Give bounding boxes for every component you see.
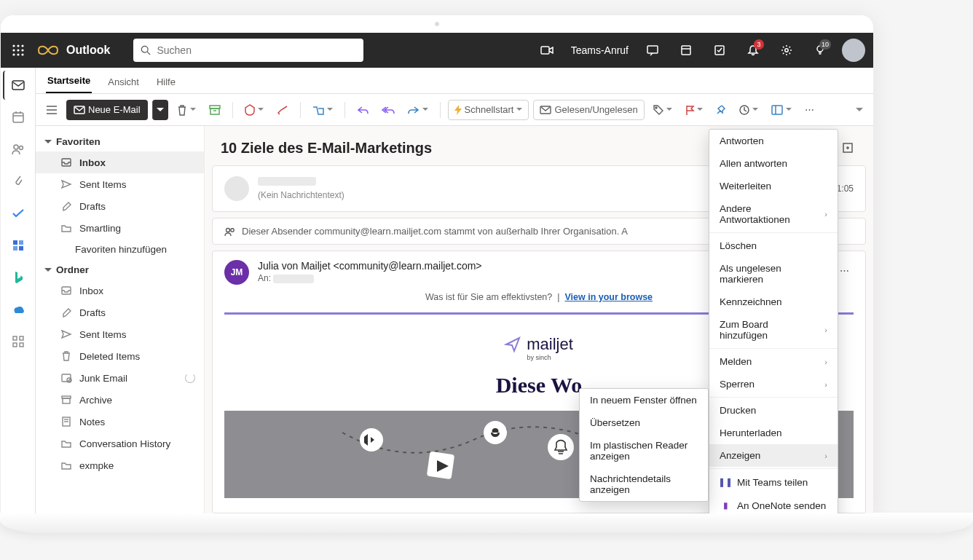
menu-other-reply[interactable]: Andere Antwortaktionen›	[709, 197, 838, 231]
menu-report[interactable]: Melden›	[709, 350, 838, 373]
hamburger-button[interactable]	[42, 100, 62, 120]
svg-point-1	[17, 44, 19, 47]
rail-app1-icon[interactable]	[4, 231, 33, 260]
folder-drafts[interactable]: Drafts	[36, 301, 204, 323]
search-input[interactable]	[157, 44, 356, 56]
new-mail-dropdown[interactable]	[152, 100, 168, 120]
menu-download[interactable]: Herunterladen	[709, 422, 838, 444]
sweep-button[interactable]	[272, 100, 293, 120]
chevron-right-icon: ›	[824, 326, 827, 334]
rail-bing-icon[interactable]	[4, 263, 33, 292]
brand-logo	[36, 40, 60, 60]
pin-button[interactable]	[712, 100, 730, 120]
flag-button[interactable]	[681, 100, 707, 120]
tab-help[interactable]: Hilfe	[155, 71, 177, 93]
submenu-details[interactable]: Nachrichtendetails anzeigen	[580, 468, 708, 501]
teams-call-label[interactable]: Teams-Anruf	[567, 44, 633, 56]
reply-all-button[interactable]	[377, 100, 399, 120]
folder-deleted[interactable]: Deleted Items	[36, 345, 204, 367]
menu-forward[interactable]: Weiterleiten	[709, 175, 838, 197]
settings-icon[interactable]	[773, 36, 800, 64]
junk-icon	[60, 372, 72, 384]
submenu-translate[interactable]: Übersetzen	[580, 411, 708, 434]
more-ribbon-button[interactable]: ⋯	[800, 100, 819, 120]
svg-rect-29	[13, 336, 17, 340]
menu-flag[interactable]: Kennzeichnen	[709, 291, 838, 313]
folder-inbox-fav[interactable]: Inbox	[36, 151, 204, 173]
read-unread-button[interactable]: Gelesen/Ungelesen	[533, 100, 644, 120]
rail-people-icon[interactable]	[4, 135, 33, 164]
rail-more-apps-icon[interactable]	[4, 327, 33, 356]
tab-view[interactable]: Ansicht	[106, 71, 141, 93]
folders-section[interactable]: Ordner	[36, 260, 204, 280]
menu-onenote[interactable]: ▮An OneNote senden	[709, 494, 838, 513]
menu-mark-unread[interactable]: Als ungelesen markieren	[709, 257, 838, 291]
folder-notes[interactable]: Notes	[36, 411, 204, 433]
chevron-right-icon: ›	[824, 380, 827, 389]
folder-archive[interactable]: Archive	[36, 389, 204, 411]
svg-point-0	[12, 44, 15, 47]
folder-conversation-history[interactable]: Conversation History	[36, 433, 204, 454]
search-box[interactable]	[133, 39, 363, 62]
rail-mail-icon[interactable]	[3, 71, 32, 100]
approvals-icon[interactable]	[706, 36, 733, 64]
categorize-button[interactable]	[649, 100, 677, 120]
menu-add-board[interactable]: Zum Board hinzufügen›	[709, 313, 838, 347]
tips-icon[interactable]: 10	[806, 36, 834, 64]
chat-icon[interactable]	[639, 36, 666, 64]
quickstart-button[interactable]: Schnellstart	[448, 100, 529, 120]
svg-point-3	[12, 49, 15, 51]
account-avatar[interactable]	[840, 36, 867, 64]
menu-delete[interactable]: Löschen	[709, 234, 838, 257]
ribbon-collapse-button[interactable]	[851, 100, 867, 120]
folder-inbox[interactable]: Inbox	[36, 280, 204, 301]
onenote-icon: ▮	[720, 500, 731, 511]
rail-todo-icon[interactable]	[4, 199, 33, 228]
submenu-plastic-reader[interactable]: Im plastischen Reader anzeigen	[580, 434, 708, 468]
rail-files-icon[interactable]	[4, 167, 33, 196]
menu-print[interactable]: Drucken	[709, 399, 838, 422]
tab-home[interactable]: Startseite	[46, 69, 92, 93]
menu-show[interactable]: Anzeigen›	[709, 444, 838, 467]
folder-drafts-fav[interactable]: Drafts	[36, 195, 204, 217]
svg-point-7	[17, 53, 19, 55]
new-mail-button[interactable]: Neue E-Mail	[66, 100, 148, 120]
add-to-board-button[interactable]	[767, 100, 796, 120]
archive-button[interactable]	[205, 100, 225, 120]
move-button[interactable]	[308, 100, 337, 120]
report-button[interactable]	[240, 100, 268, 120]
svg-point-24	[19, 146, 23, 150]
rail-onedrive-icon[interactable]	[4, 295, 33, 324]
favorites-section[interactable]: Favoriten	[36, 132, 204, 151]
folder-exmpke[interactable]: exmpke	[36, 454, 204, 476]
rail-calendar-icon[interactable]	[4, 103, 33, 132]
calendar-day-icon[interactable]	[672, 36, 700, 64]
notifications-icon[interactable]: 3	[739, 36, 767, 64]
app-launcher-button[interactable]	[7, 39, 30, 62]
add-favorites[interactable]: Favoriten hinzufügen	[36, 239, 204, 260]
folder-sent-fav[interactable]: Sent Items	[36, 173, 204, 195]
folder-junk[interactable]: Junk Email	[36, 367, 204, 389]
submenu-new-window[interactable]: In neuem Fenster öffnen	[580, 389, 708, 411]
menu-reply[interactable]: Antworten	[709, 130, 838, 152]
chevron-right-icon: ›	[824, 451, 827, 460]
video-call-icon[interactable]	[533, 36, 561, 64]
svg-point-4	[17, 49, 19, 51]
menu-teams-share[interactable]: ❚❚Mit Teams teilen	[709, 470, 838, 494]
view-in-browser-link[interactable]: View in your browse	[564, 292, 653, 302]
reply-button[interactable]	[352, 100, 373, 120]
svg-rect-43	[772, 106, 782, 114]
new-mail-label: Neue E-Mail	[88, 104, 141, 115]
svg-rect-51	[63, 398, 70, 403]
menu-block[interactable]: Sperren›	[709, 373, 838, 395]
from-line: Julia von Mailjet <community@learn.mailj…	[258, 260, 482, 272]
forward-button[interactable]	[403, 100, 433, 120]
favorites-label: Favoriten	[56, 136, 101, 147]
open-in-window-icon[interactable]	[838, 138, 857, 158]
snooze-button[interactable]	[735, 100, 763, 120]
menu-reply-all[interactable]: Allen antworten	[709, 152, 838, 175]
delete-button[interactable]	[173, 100, 200, 120]
inbox-icon	[60, 157, 72, 168]
folder-smartling[interactable]: Smartling	[36, 217, 204, 239]
folder-sent[interactable]: Sent Items	[36, 323, 204, 345]
